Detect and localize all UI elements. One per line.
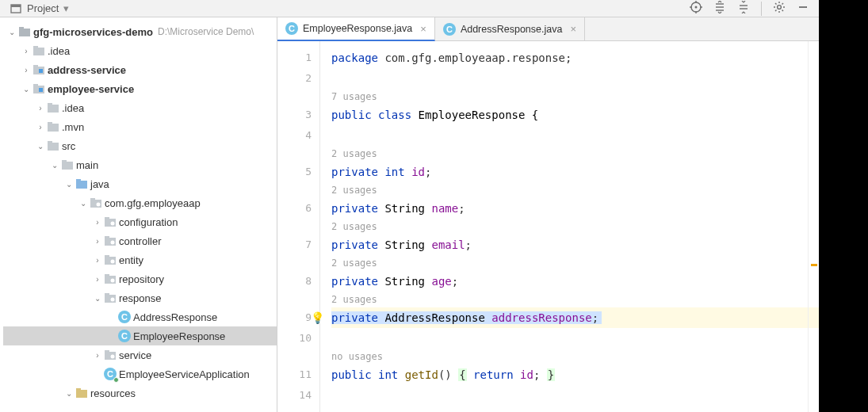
svg-line-19 bbox=[782, 10, 784, 12]
svg-point-57 bbox=[111, 279, 115, 283]
svg-rect-34 bbox=[48, 103, 52, 106]
svg-point-48 bbox=[111, 222, 115, 226]
tree-item-src[interactable]: ⌄src bbox=[3, 136, 277, 155]
class-icon: C bbox=[117, 330, 132, 342]
close-icon[interactable]: × bbox=[420, 23, 426, 35]
tree-item-service[interactable]: ›service bbox=[3, 345, 277, 364]
close-icon[interactable]: × bbox=[570, 23, 576, 35]
svg-rect-65 bbox=[76, 388, 81, 391]
module-folder-icon bbox=[32, 64, 46, 75]
tab-address-response[interactable]: CAddressResponse.java× bbox=[435, 17, 585, 40]
usages-hint[interactable]: 7 usages bbox=[331, 89, 819, 105]
project-dropdown[interactable]: Project ▾ bbox=[10, 2, 69, 15]
svg-rect-40 bbox=[62, 160, 67, 163]
chevron-down-icon: ▾ bbox=[63, 2, 69, 14]
svg-point-45 bbox=[97, 203, 101, 207]
tree-item-address-response[interactable]: CAddressResponse bbox=[3, 307, 277, 326]
gutter: 1 2 3 4 5 6 7 8 9 10 11 14 bbox=[277, 41, 320, 412]
tree-item-employee-service[interactable]: ⌄employee-service bbox=[3, 79, 277, 98]
tab-employee-response[interactable]: CEmployeeResponse.java× bbox=[277, 17, 435, 41]
svg-rect-32 bbox=[39, 88, 43, 92]
svg-point-60 bbox=[111, 298, 115, 302]
editor-tabs: CEmployeeResponse.java× CAddressResponse… bbox=[277, 17, 819, 41]
minimize-icon[interactable] bbox=[797, 1, 809, 16]
gear-icon[interactable] bbox=[773, 1, 786, 16]
usages-hint[interactable]: 2 usages bbox=[331, 182, 819, 198]
tree-item-entity[interactable]: ›entity bbox=[3, 250, 277, 269]
class-icon: C bbox=[285, 22, 298, 35]
svg-line-21 bbox=[782, 3, 784, 5]
svg-rect-59 bbox=[105, 293, 109, 296]
root-path: D:\Microservice Demo\ bbox=[158, 26, 254, 37]
usages-hint[interactable]: no usages bbox=[331, 349, 819, 364]
svg-line-20 bbox=[775, 10, 777, 12]
folder-icon bbox=[17, 26, 32, 37]
collapse-all-icon[interactable] bbox=[737, 1, 750, 16]
project-tree-panel: ⌄gfg-microservices-demoD:\Microservice D… bbox=[0, 17, 277, 412]
tree-item-controller[interactable]: ›controller bbox=[3, 231, 277, 250]
tree-root[interactable]: ⌄gfg-microservices-demoD:\Microservice D… bbox=[3, 22, 277, 41]
tree-item-resources[interactable]: ⌄resources bbox=[3, 383, 277, 402]
tree-item-address-service[interactable]: ›address-service bbox=[3, 60, 277, 79]
package-icon bbox=[89, 197, 103, 208]
code-content[interactable]: package com.gfg.employeaap.response; 7 u… bbox=[320, 41, 819, 412]
svg-rect-1 bbox=[11, 5, 21, 7]
svg-point-63 bbox=[111, 355, 115, 359]
svg-point-51 bbox=[111, 241, 115, 245]
tree-item-app-class[interactable]: CEmployeeServiceApplication bbox=[3, 364, 277, 383]
warning-mark[interactable] bbox=[811, 264, 817, 266]
tree-item-package[interactable]: ⌄com.gfg.employeaap bbox=[3, 193, 277, 212]
svg-rect-36 bbox=[48, 122, 52, 125]
svg-rect-47 bbox=[105, 217, 109, 220]
error-stripe[interactable] bbox=[808, 41, 819, 412]
bulb-icon[interactable]: 💡 bbox=[311, 311, 324, 324]
svg-rect-24 bbox=[19, 27, 24, 30]
target-icon[interactable] bbox=[690, 1, 702, 16]
chevron-down-icon: ⌄ bbox=[21, 85, 32, 93]
class-icon: C bbox=[443, 23, 456, 36]
code-editor[interactable]: 1 2 3 4 5 6 7 8 9 10 11 14 package com.g… bbox=[277, 41, 819, 412]
tree-item-emp-mvn[interactable]: ›.mvn bbox=[3, 117, 277, 136]
svg-rect-42 bbox=[76, 179, 81, 182]
usages-hint[interactable]: 2 usages bbox=[331, 255, 819, 271]
separator bbox=[761, 2, 762, 16]
svg-rect-28 bbox=[33, 65, 38, 68]
svg-rect-44 bbox=[90, 198, 95, 201]
project-label: Project bbox=[27, 2, 59, 14]
resources-folder-icon bbox=[75, 387, 89, 399]
tree-item-employee-response[interactable]: CEmployeeResponse bbox=[3, 326, 277, 345]
source-folder-icon bbox=[75, 178, 89, 189]
chevron-right-icon: › bbox=[21, 47, 32, 55]
folder-icon bbox=[32, 45, 46, 56]
tree-item-response[interactable]: ⌄response bbox=[3, 288, 277, 307]
tree-item-main[interactable]: ⌄main bbox=[3, 155, 277, 174]
svg-rect-56 bbox=[105, 274, 109, 277]
project-toolbar: Project ▾ bbox=[0, 0, 819, 17]
class-icon: C bbox=[117, 311, 132, 323]
runnable-class-icon: C bbox=[103, 368, 117, 380]
svg-rect-38 bbox=[48, 141, 52, 144]
usages-hint[interactable]: 2 usages bbox=[331, 146, 819, 162]
usages-hint[interactable]: 2 usages bbox=[331, 292, 819, 307]
tree-item-java[interactable]: ⌄java bbox=[3, 174, 277, 193]
tree-item-idea[interactable]: ›.idea bbox=[3, 41, 277, 60]
chevron-right-icon: › bbox=[21, 66, 32, 74]
svg-point-54 bbox=[111, 260, 115, 264]
expand-all-icon[interactable] bbox=[713, 1, 726, 16]
usages-hint[interactable]: 2 usages bbox=[331, 219, 819, 235]
tree-item-emp-idea[interactable]: ›.idea bbox=[3, 98, 277, 117]
svg-rect-53 bbox=[105, 255, 109, 258]
svg-rect-62 bbox=[105, 350, 109, 353]
svg-rect-29 bbox=[39, 69, 43, 73]
root-label: gfg-microservices-demo bbox=[33, 26, 153, 38]
tree-item-repository[interactable]: ›repository bbox=[3, 269, 277, 288]
svg-point-3 bbox=[695, 6, 698, 9]
svg-line-18 bbox=[775, 3, 777, 5]
svg-rect-26 bbox=[33, 46, 38, 49]
chevron-down-icon: ⌄ bbox=[6, 28, 17, 36]
svg-rect-31 bbox=[33, 84, 38, 87]
project-icon bbox=[10, 2, 22, 15]
black-margin bbox=[819, 0, 868, 412]
svg-point-13 bbox=[778, 6, 782, 10]
tree-item-configuration[interactable]: ›configuration bbox=[3, 212, 277, 231]
